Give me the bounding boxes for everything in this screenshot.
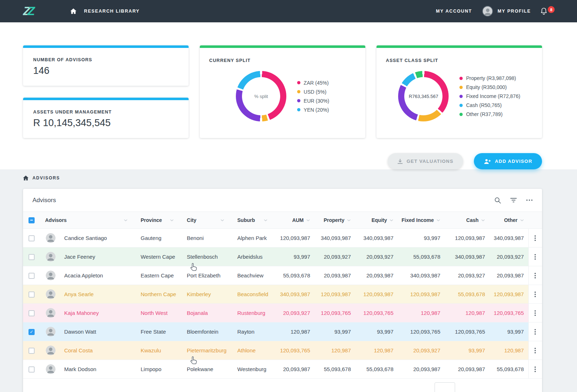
row-menu-button[interactable] bbox=[533, 309, 537, 317]
cell-property: 93,997 bbox=[314, 322, 355, 341]
cell-equity: 120,093,987 bbox=[355, 285, 398, 304]
row-checkbox[interactable] bbox=[28, 348, 35, 354]
row-menu-button[interactable] bbox=[533, 234, 537, 242]
row-actions-cell bbox=[528, 360, 542, 379]
row-menu-button[interactable] bbox=[533, 290, 537, 299]
nav-my-account[interactable]: MY ACCOUNT bbox=[436, 9, 472, 14]
nav-my-profile[interactable]: MY PROFILE bbox=[482, 6, 531, 17]
column-header-province[interactable]: Province bbox=[134, 212, 180, 229]
cell-city: Polekwane bbox=[180, 360, 231, 379]
nav-research-library[interactable]: RESEARCH LIBRARY bbox=[84, 9, 140, 14]
row-checkbox[interactable] bbox=[28, 291, 35, 298]
cell-cash: 340,093,987 bbox=[445, 248, 489, 266]
row-avatar-cell bbox=[39, 322, 62, 341]
table-row[interactable]: Coral Costa Kwazulu Pietermaritzburg Ath… bbox=[23, 341, 542, 360]
column-header-cash[interactable]: Cash bbox=[445, 212, 489, 229]
column-header-equity[interactable]: Equity bbox=[355, 212, 398, 229]
card-asset-class-split: ASSET CLASS SPLIT R763,345.567 Property … bbox=[376, 45, 542, 138]
table-row[interactable]: Kaja Mahoney North West Bojanala Rustenb… bbox=[23, 304, 542, 322]
stats-section: NUMBER OF ADVISORS 146 ASSETS UNDER MANA… bbox=[0, 22, 577, 169]
get-valuations-button[interactable]: GET VALUATIONS bbox=[388, 153, 463, 169]
legend-item: Other (R37,789) bbox=[459, 111, 520, 117]
kebab-icon bbox=[534, 310, 536, 316]
row-menu-button[interactable] bbox=[533, 253, 537, 261]
filter-button[interactable] bbox=[510, 198, 517, 202]
chevron-down-icon bbox=[389, 219, 393, 222]
row-checkbox[interactable] bbox=[28, 273, 35, 279]
row-checkbox-cell bbox=[23, 266, 39, 285]
brand-logo[interactable]: Z Z bbox=[23, 4, 40, 19]
row-menu-button[interactable] bbox=[533, 346, 537, 355]
cell-advisor-name: Dawson Watt bbox=[62, 322, 134, 341]
rows-per-page-select[interactable] bbox=[435, 382, 455, 392]
add-advisor-button[interactable]: ADD ADVISOR bbox=[474, 153, 542, 169]
table-row[interactable]: Mark Dodson Limpopo Polekwane Westenburg… bbox=[23, 360, 542, 379]
column-header-suburb[interactable]: Suburb bbox=[231, 212, 274, 229]
cell-advisor-name: Coral Costa bbox=[62, 341, 134, 360]
kebab-icon bbox=[534, 254, 536, 260]
cell-aum: 93,997 bbox=[274, 248, 314, 266]
table-title: Advisors bbox=[32, 197, 56, 204]
cell-suburb: Beaconsfield bbox=[231, 285, 274, 304]
cell-cash: 55,093,678 bbox=[445, 285, 489, 304]
select-all-cell bbox=[23, 212, 39, 229]
row-checkbox[interactable] bbox=[28, 310, 35, 316]
row-checkbox[interactable] bbox=[28, 329, 35, 335]
card-currency-split: CURRENY SPLIT % split ZAR (45%)USD (5%)E… bbox=[200, 45, 365, 138]
cell-advisor-name: Candice Santiago bbox=[62, 229, 134, 248]
cell-fixed-income: 93,997 bbox=[398, 229, 445, 248]
notifications-button[interactable]: 8 bbox=[540, 7, 547, 15]
legend-item: Equity (R350,000) bbox=[459, 84, 520, 90]
cell-aum: 55,093,678 bbox=[274, 266, 314, 285]
column-header-other[interactable]: Other bbox=[489, 212, 528, 229]
cell-cash: 120,093,987 bbox=[445, 229, 489, 248]
select-all-checkbox[interactable] bbox=[28, 217, 35, 223]
cell-equity: 20,093,987 bbox=[355, 266, 398, 285]
table-row[interactable]: Candice Santiago Gauteng Benoni Alphen P… bbox=[23, 229, 542, 248]
row-checkbox[interactable] bbox=[28, 235, 35, 241]
row-checkbox-cell bbox=[23, 304, 39, 322]
column-header-advisors[interactable]: Advisors bbox=[39, 212, 134, 229]
cell-property: 340,093,987 bbox=[314, 229, 355, 248]
row-menu-button[interactable] bbox=[533, 328, 537, 336]
legend-item: ZAR (45%) bbox=[297, 80, 329, 86]
avatar bbox=[46, 364, 56, 374]
column-header-property[interactable]: Property bbox=[314, 212, 355, 229]
table-row[interactable]: Dawson Watt Free State Bloemfontein Rayt… bbox=[23, 322, 542, 341]
row-checkbox[interactable] bbox=[28, 366, 35, 373]
chevron-down-icon bbox=[170, 219, 174, 222]
search-icon bbox=[494, 197, 501, 204]
avatar bbox=[46, 233, 56, 243]
kebab-icon bbox=[534, 235, 536, 241]
cell-suburb: Arbeidslus bbox=[231, 248, 274, 266]
table-row[interactable]: Anya Searle Northern Cape Kimberley Beac… bbox=[23, 285, 542, 304]
table-row[interactable]: Jace Feeney Western Cape Stellenbosch Ar… bbox=[23, 248, 542, 266]
card-number-of-advisors: NUMBER OF ADVISORS 146 bbox=[23, 45, 189, 86]
donut-center-label: % split bbox=[242, 77, 280, 115]
cell-equity: 55,093,678 bbox=[355, 360, 398, 379]
chevron-down-icon bbox=[520, 219, 524, 222]
page-actions: GET VALUATIONS ADD ADVISOR bbox=[23, 153, 542, 169]
more-options-button[interactable] bbox=[526, 199, 533, 201]
asset-legend: Property (R3,987,098)Equity (R350,000)Fi… bbox=[459, 75, 520, 117]
column-header-fixed-income[interactable]: Fixed Income bbox=[398, 212, 445, 229]
cell-aum: 340,093,987 bbox=[274, 285, 314, 304]
avatar bbox=[46, 346, 56, 355]
cell-fixed-income: 120,093,765 bbox=[398, 322, 445, 341]
search-button[interactable] bbox=[494, 197, 501, 204]
chevron-down-icon bbox=[481, 219, 485, 222]
table-row[interactable]: Acacia Appleton Eastern Cape Port Elizab… bbox=[23, 266, 542, 285]
notification-badge: 8 bbox=[548, 6, 555, 13]
nav-home-button[interactable] bbox=[70, 8, 76, 14]
cell-aum: 120,093,987 bbox=[274, 229, 314, 248]
cell-suburb: Rustenburg bbox=[231, 304, 274, 322]
row-checkbox[interactable] bbox=[28, 254, 35, 260]
breadcrumb[interactable]: ADVISORS bbox=[23, 175, 542, 181]
column-header-aum[interactable]: AUM bbox=[274, 212, 314, 229]
row-menu-button[interactable] bbox=[533, 271, 537, 280]
asset-donut-chart: R763,345.567 bbox=[398, 71, 449, 121]
cell-fixed-income: 340,093,987 bbox=[398, 266, 445, 285]
column-header-city[interactable]: City bbox=[180, 212, 231, 229]
row-menu-button[interactable] bbox=[533, 365, 537, 374]
legend-dot-icon bbox=[459, 95, 463, 98]
